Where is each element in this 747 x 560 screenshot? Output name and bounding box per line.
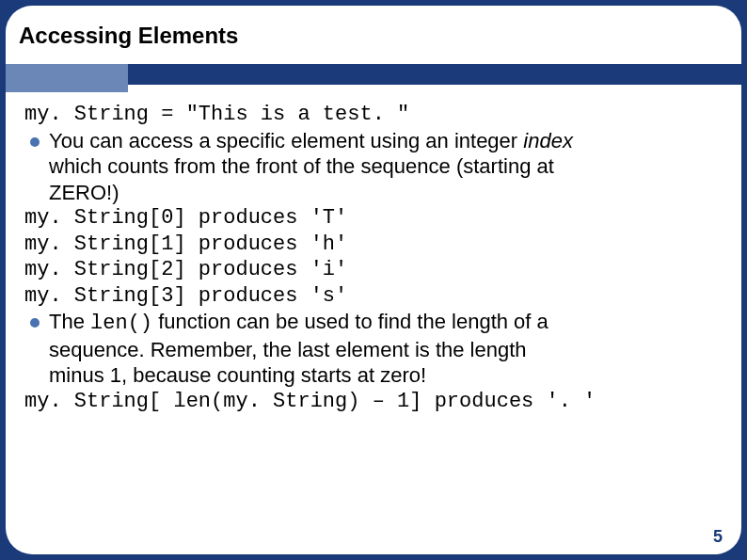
bullet-1-line1: You can access a specific element using … — [49, 128, 723, 154]
slide-body: my. String = "This is a test. " You can … — [24, 102, 723, 414]
accent-overlay — [6, 64, 128, 92]
bullet-1: You can access a specific element using … — [24, 128, 723, 154]
bullet-icon — [30, 137, 40, 147]
bullet-1-line3: ZERO!) — [24, 180, 723, 206]
bullet-2-line1: The len() function can be used to find t… — [49, 309, 723, 337]
code-len-expr: my. String[ len(my. String) – 1] produce… — [24, 389, 723, 415]
page-number: 5 — [713, 527, 723, 547]
code-assign: my. String = "This is a test. " — [24, 102, 723, 128]
bullet-2-code: len() — [90, 312, 152, 335]
bullet-2-text-b: function can be used to find the length … — [152, 310, 548, 333]
bullet-1-italic: index — [523, 129, 573, 152]
code-index-3: my. String[3] produces 's' — [24, 283, 723, 310]
code-index-0: my. String[0] produces 'T' — [24, 205, 723, 232]
code-index-2: my. String[2] produces 'i' — [24, 257, 723, 283]
bullet-2-line2: sequence. Remember, the last element is … — [24, 337, 723, 363]
bullet-icon — [30, 318, 40, 328]
bullet-2-line3: minus 1, because counting starts at zero… — [24, 362, 723, 389]
bullet-2-text-a: The — [49, 310, 90, 333]
bullet-1-line2: which counts from the front of the seque… — [24, 153, 723, 180]
code-index-1: my. String[1] produces 'h' — [24, 232, 723, 258]
slide-title: Accessing Elements — [19, 23, 238, 49]
bullet-2: The len() function can be used to find t… — [24, 309, 723, 337]
bullet-1-text-a: You can access a specific element using … — [49, 129, 523, 152]
slide-card: Accessing Elements my. String = "This is… — [6, 6, 741, 554]
